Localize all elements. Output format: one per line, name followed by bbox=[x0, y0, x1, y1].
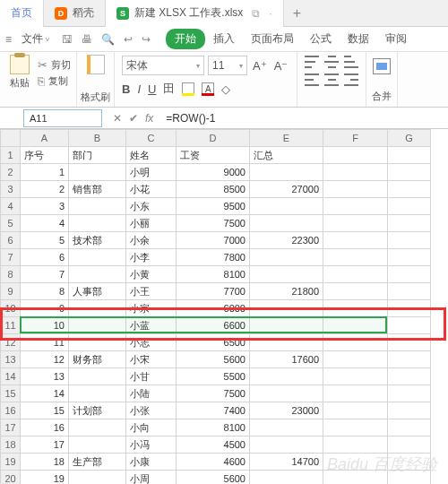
row-header[interactable]: 7 bbox=[1, 249, 21, 266]
cell[interactable] bbox=[323, 334, 388, 351]
cell[interactable] bbox=[69, 249, 126, 266]
spreadsheet-grid[interactable]: A B C D E F G 1序号部门姓名工资汇总21小明900032销售部小花… bbox=[0, 129, 448, 484]
align-bottom-button[interactable] bbox=[344, 56, 358, 68]
file-menu[interactable]: 文件v bbox=[15, 29, 56, 49]
cell[interactable] bbox=[388, 198, 431, 215]
cell[interactable]: 7500 bbox=[177, 215, 250, 232]
cell[interactable] bbox=[388, 368, 431, 385]
cell[interactable] bbox=[323, 385, 388, 402]
print-icon[interactable]: 🖶 bbox=[79, 33, 95, 46]
col-header[interactable]: B bbox=[69, 130, 126, 147]
tab-daoke[interactable]: D稻壳 bbox=[44, 0, 106, 27]
cell[interactable] bbox=[388, 266, 431, 283]
cell[interactable] bbox=[323, 215, 388, 232]
align-top-button[interactable] bbox=[305, 56, 319, 68]
cell[interactable] bbox=[69, 334, 126, 351]
table-row[interactable]: 76小李7800 bbox=[1, 249, 431, 266]
cell[interactable]: 4500 bbox=[177, 436, 250, 454]
cell[interactable] bbox=[388, 164, 431, 181]
save-icon[interactable]: 🖫 bbox=[59, 33, 75, 46]
cell[interactable]: 8500 bbox=[177, 181, 250, 198]
table-row[interactable]: 1110小蓝6600 bbox=[1, 317, 431, 334]
tab-add-button[interactable]: + bbox=[284, 5, 310, 22]
cell[interactable] bbox=[250, 436, 323, 454]
cell[interactable]: 10 bbox=[21, 317, 69, 334]
align-left-button[interactable] bbox=[305, 73, 319, 86]
text-color-button[interactable]: A bbox=[202, 82, 214, 95]
table-row[interactable]: 98人事部小王770021800 bbox=[1, 283, 431, 300]
name-box[interactable]: A11 bbox=[23, 109, 102, 127]
cell[interactable]: 部门 bbox=[69, 147, 126, 164]
cell[interactable]: 9500 bbox=[177, 198, 250, 215]
cell[interactable] bbox=[388, 147, 431, 164]
cell[interactable]: 销售部 bbox=[69, 181, 126, 198]
border-button[interactable]: 田 bbox=[163, 81, 175, 97]
cell[interactable]: 技术部 bbox=[69, 232, 126, 249]
cell[interactable]: 小蓝 bbox=[126, 317, 177, 334]
table-row[interactable]: 32销售部小花850027000 bbox=[1, 181, 431, 198]
formula-input[interactable]: =ROW()-1 bbox=[160, 112, 215, 125]
cell[interactable] bbox=[388, 471, 431, 485]
cell[interactable]: 6600 bbox=[177, 317, 250, 334]
cell[interactable] bbox=[69, 300, 126, 317]
cell[interactable]: 小东 bbox=[126, 198, 177, 215]
cell[interactable]: 12 bbox=[21, 351, 69, 368]
cell[interactable] bbox=[388, 249, 431, 266]
ribbon-tab-data[interactable]: 数据 bbox=[340, 28, 377, 50]
cell[interactable]: 4600 bbox=[177, 454, 250, 471]
row-header[interactable]: 14 bbox=[1, 368, 21, 385]
fx-cancel-icon[interactable]: ✕ bbox=[113, 112, 122, 125]
cell[interactable] bbox=[69, 266, 126, 283]
cell[interactable]: 序号 bbox=[21, 147, 69, 164]
table-row[interactable]: 54小丽7500 bbox=[1, 215, 431, 232]
cut-button[interactable]: ✂剪切 bbox=[38, 58, 71, 72]
cell[interactable] bbox=[250, 471, 323, 485]
cell[interactable]: 14700 bbox=[250, 454, 323, 471]
cell[interactable] bbox=[323, 198, 388, 215]
cell[interactable] bbox=[388, 402, 431, 419]
cell[interactable]: 8100 bbox=[177, 266, 250, 283]
row-header[interactable]: 15 bbox=[1, 385, 21, 402]
table-row[interactable]: 1211小志6500 bbox=[1, 334, 431, 351]
redo-icon[interactable]: ↪ bbox=[139, 33, 153, 46]
cell[interactable]: 小余 bbox=[126, 232, 177, 249]
cell[interactable]: 7000 bbox=[177, 232, 250, 249]
table-row[interactable]: 1312财务部小宋560017600 bbox=[1, 351, 431, 368]
fx-enter-icon[interactable]: ✔ bbox=[129, 112, 138, 125]
cell[interactable]: 9 bbox=[21, 300, 69, 317]
col-header[interactable]: D bbox=[177, 130, 250, 147]
cell[interactable]: 8 bbox=[21, 283, 69, 300]
cell[interactable] bbox=[69, 471, 126, 485]
cell[interactable]: 5600 bbox=[177, 351, 250, 368]
table-row[interactable]: 1615计划部小张740023000 bbox=[1, 402, 431, 419]
cell[interactable] bbox=[388, 351, 431, 368]
cell[interactable] bbox=[323, 402, 388, 419]
table-row[interactable]: 1918生产部小康460014700 bbox=[1, 454, 431, 471]
cell[interactable]: 汇总 bbox=[250, 147, 323, 164]
row-header[interactable]: 16 bbox=[1, 402, 21, 419]
cell[interactable] bbox=[250, 385, 323, 402]
cell[interactable]: 小向 bbox=[126, 419, 177, 436]
cell[interactable]: 7800 bbox=[177, 249, 250, 266]
table-row[interactable]: 109小宗6000 bbox=[1, 300, 431, 317]
cell[interactable]: 13 bbox=[21, 368, 69, 385]
cell[interactable] bbox=[323, 266, 388, 283]
cell[interactable]: 生产部 bbox=[69, 454, 126, 471]
cell[interactable]: 7700 bbox=[177, 283, 250, 300]
cell[interactable] bbox=[323, 283, 388, 300]
cell[interactable] bbox=[323, 454, 388, 471]
cell[interactable]: 财务部 bbox=[69, 351, 126, 368]
ribbon-tab-formula[interactable]: 公式 bbox=[302, 28, 340, 50]
cell[interactable]: 17600 bbox=[250, 351, 323, 368]
cell[interactable] bbox=[323, 317, 388, 334]
ribbon-tab-layout[interactable]: 页面布局 bbox=[243, 28, 302, 50]
font-name-select[interactable]: 宋体▾ bbox=[122, 56, 204, 75]
cell[interactable] bbox=[69, 419, 126, 436]
cell[interactable] bbox=[69, 198, 126, 215]
cell[interactable] bbox=[250, 317, 323, 334]
row-header[interactable]: 13 bbox=[1, 351, 21, 368]
cell[interactable]: 姓名 bbox=[126, 147, 177, 164]
cell[interactable] bbox=[250, 198, 323, 215]
cell[interactable]: 计划部 bbox=[69, 402, 126, 419]
cell[interactable] bbox=[323, 471, 388, 485]
